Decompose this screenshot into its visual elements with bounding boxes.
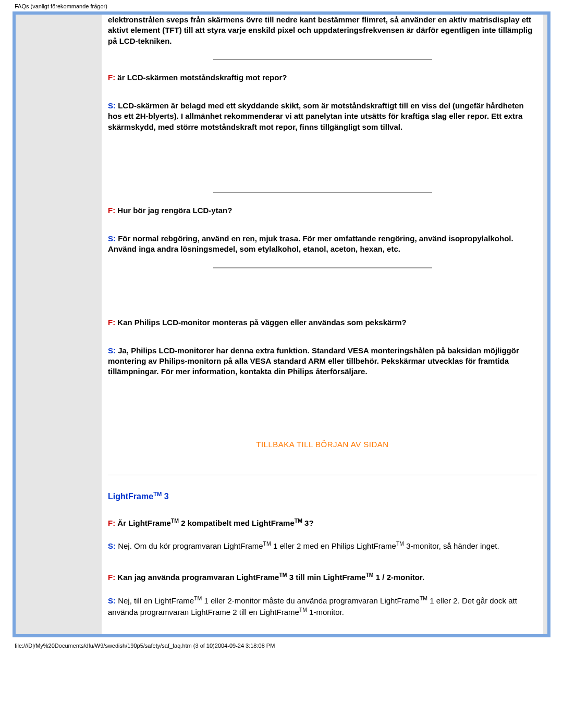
page-footer-path: file:///D|/My%20Documents/dfu/W9/swedish… [0,640,563,654]
answer-text: LCD-skärmen är belagd med ett skyddande … [108,101,524,131]
content-area: elektronstrålen sveps från skärmens övre… [102,15,543,634]
trademark-symbol: TM [194,595,202,601]
right-gutter [543,15,547,634]
question-label: F: [108,573,115,582]
answer-text-part: 3-monitor, så händer inget. [404,541,499,550]
trademark-symbol: TM [153,491,162,497]
faq-answer: S: LCD-skärmen är belagd med ett skyddan… [108,101,537,132]
faq-answer: S: Nej, till en LightFrameTM 1 eller 2-m… [108,595,537,618]
answer-label: S: [108,541,116,550]
question-label: F: [108,318,115,327]
trademark-symbol: TM [299,607,307,613]
faq-answer: S: För normal rebgöring, använd en ren, … [108,233,537,255]
faq-question: F: Är LightFrameTM 2 kompatibelt med Lig… [108,517,537,528]
question-text-part: 1 / 2-monitor. [374,573,425,582]
question-text-part: 3? [302,519,314,527]
divider [213,267,432,268]
divider [213,59,432,60]
question-label: F: [108,73,115,82]
question-label: F: [108,519,115,527]
divider [213,192,432,193]
trademark-symbol: TM [295,517,302,524]
answer-text: Ja, Philips LCD-monitorer har denna extr… [108,346,519,376]
trademark-symbol: TM [396,540,404,547]
question-text-part: Kan jag använda programvaran LightFrame [115,573,279,582]
faq-item: F: Hur bör jag rengöra LCD-ytan? S: För … [108,205,537,255]
answer-text-part: 1 eller 2-monitor måste du använda progr… [202,596,420,605]
trademark-symbol: TM [263,540,271,547]
question-text: Hur bör jag rengöra LCD-ytan? [115,206,232,215]
trademark-symbol: TM [420,595,427,601]
section-title-lightframe: LightFrameTM 3 [108,491,537,501]
question-text: Kan Philips LCD-monitor monteras på vägg… [115,318,407,327]
section-title-suffix: 3 [162,492,168,501]
back-to-top-link[interactable]: TILLBAKA TILL BÖRJAN AV SIDAN [108,440,537,449]
outer-frame: elektronstrålen sveps från skärmens övre… [13,11,550,637]
question-label: F: [108,206,115,215]
answer-label: S: [108,234,116,243]
answer-label: S: [108,596,116,605]
answer-label: S: [108,346,116,355]
trademark-symbol: TM [279,572,287,578]
faq-answer: S: Nej. Om du kör programvaran LightFram… [108,540,537,551]
question-text-part: 3 till min LightFrame [287,573,366,582]
faq-question: F: Hur bör jag rengöra LCD-ytan? [108,205,537,216]
section-divider [108,475,537,475]
left-gutter [16,15,102,634]
answer-text-part: 1 eller 2 med en Philips LightFrame [271,541,396,550]
faq-item: F: Kan jag använda programvaran LightFra… [108,571,537,618]
trademark-symbol: TM [365,572,373,578]
question-text: är LCD-skärmen motståndskraftig mot repo… [115,73,287,82]
page-header-path: FAQs (vanligt förekommande frågor) [0,0,563,11]
faq-item: F: är LCD-skärmen motståndskraftig mot r… [108,72,537,132]
inner-frame: elektronstrålen sveps från skärmens övre… [16,15,547,634]
intro-continuation-text: elektronstrålen sveps från skärmens övre… [108,15,537,46]
answer-text-part: 1-monitor. [307,608,344,616]
faq-item: F: Är LightFrameTM 2 kompatibelt med Lig… [108,517,537,552]
answer-text-part: Nej. Om du kör programvaran LightFrame [116,541,263,550]
faq-item: F: Kan Philips LCD-monitor monteras på v… [108,317,537,377]
answer-text: För normal rebgöring, använd en ren, mju… [108,234,513,253]
faq-answer: S: Ja, Philips LCD-monitorer har denna e… [108,346,537,377]
question-text-part: 2 kompatibelt med LightFrame [179,519,295,527]
faq-question: F: Kan jag använda programvaran LightFra… [108,571,537,583]
answer-label: S: [108,101,116,110]
faq-question: F: är LCD-skärmen motståndskraftig mot r… [108,72,537,83]
question-text-part: Är LightFrame [115,519,171,527]
faq-question: F: Kan Philips LCD-monitor monteras på v… [108,317,537,328]
section-title-base: LightFrame [108,492,153,501]
answer-text-part: Nej, till en LightFrame [116,596,194,605]
trademark-symbol: TM [171,517,179,524]
